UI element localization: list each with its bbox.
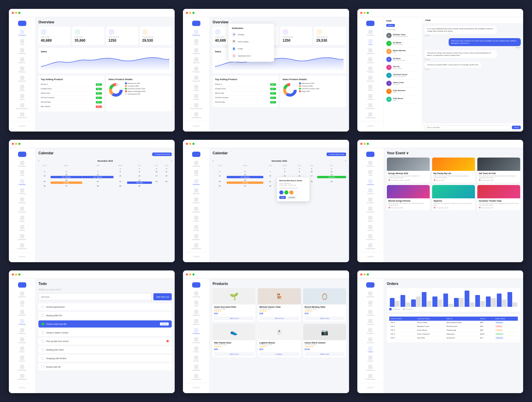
sidebar-item-products-4[interactable]: Products	[9, 196, 35, 205]
sidebar-item-orders-3[interactable]: Orders	[357, 83, 384, 93]
sidebar-item-chat[interactable]: Chat	[9, 38, 35, 47]
chat-list-item[interactable]: E Einklater TeamIt's a long established.…	[386, 32, 420, 40]
sidebar-item-invoice[interactable]: Invoice	[9, 93, 35, 102]
chat-list-item[interactable]: T Team BanausaTeam...	[386, 87, 420, 95]
sidebar-item-calendar-7[interactable]: Calendar	[9, 308, 35, 317]
sidebar-item-calendar-5[interactable]: Calendar	[183, 178, 209, 187]
sidebar-item-calendar-4[interactable]: Calendar	[9, 178, 35, 187]
sidebar-item-todo-5[interactable]: Todo-list	[183, 187, 209, 196]
create-event-button-2[interactable]: + Create New Event	[327, 153, 346, 156]
chat-list-item[interactable]: J Joel-Paul CannelContrary to popular...	[386, 72, 420, 80]
add-to-cart-button[interactable]: Add to Cart	[305, 317, 345, 320]
sidebar-item-chat-9[interactable]: Chat	[357, 299, 384, 308]
sidebar-item-products-3[interactable]: Products	[357, 65, 384, 74]
todo-input[interactable]	[38, 293, 152, 300]
add-to-cart-button[interactable]: Loading...	[259, 352, 299, 356]
sidebar-item-ui-5[interactable]: UI Elements	[183, 242, 209, 251]
sidebar-logout-7[interactable]: Log Out	[9, 384, 35, 391]
sidebar-item-overview-5[interactable]: Overview	[183, 159, 209, 168]
sidebar-item-customers-4[interactable]: Customers	[9, 233, 35, 242]
add-to-cart-button[interactable]: Add to Cart	[305, 352, 345, 356]
todo-item[interactable]: Pick up kids from school	[38, 338, 172, 345]
sidebar-item-fav-4[interactable]: Favourite	[9, 205, 35, 214]
sidebar-item-fav-3[interactable]: Favourite	[357, 74, 384, 83]
sidebar-item-overview[interactable]: Overview	[9, 28, 35, 38]
sidebar-item-products[interactable]: Products	[9, 65, 35, 74]
sidebar-item-invoice-6[interactable]: Invoice	[357, 223, 384, 233]
todo-item[interactable]: Shopping with Brother›	[38, 355, 172, 362]
sidebar-item-customers-5[interactable]: Customers	[183, 233, 209, 242]
sidebar-item-orders-5[interactable]: Orders	[183, 214, 209, 223]
sidebar-item-fav-2[interactable]: Favourite	[183, 74, 209, 83]
sidebar-item-todo-8[interactable]: Todo-list	[183, 317, 209, 327]
sidebar-item-customers-9[interactable]: Customers	[357, 363, 384, 372]
sidebar-item-orders-6[interactable]: Orders	[357, 214, 384, 223]
sidebar-item-calendar-8[interactable]: Calendar	[183, 308, 209, 317]
sidebar-item-invoice-8[interactable]: Invoice	[183, 354, 209, 363]
sidebar-item-calendar-2[interactable]: Calendar	[183, 47, 209, 56]
todo-item[interactable]: Meeting With PM›	[38, 312, 172, 319]
sidebar-item-products-8[interactable]: Products	[183, 327, 209, 336]
sidebar-item-products-2[interactable]: Products	[183, 65, 209, 74]
sidebar-item-customers-3[interactable]: Customers	[357, 102, 384, 111]
sidebar-item-ui-2[interactable]: UI Elements	[183, 111, 209, 120]
sidebar-item-chat-4[interactable]: Chat	[9, 168, 35, 178]
sidebar-item-customers-8[interactable]: Customers	[183, 363, 209, 372]
sidebar-item-products-7[interactable]: Products	[9, 327, 35, 336]
chat-list-item[interactable]: G Gil RuizeThe point of using...	[386, 56, 420, 64]
todo-item[interactable]: Dentist Appointment›	[38, 303, 172, 310]
todo-item-active[interactable]: Check Credit Card BillRenew	[38, 320, 172, 328]
sidebar-item-products-9[interactable]: Products	[357, 327, 384, 336]
sidebar-item-ui-3[interactable]: UI Elements	[357, 111, 384, 120]
sidebar-item-invoice-7[interactable]: Invoice	[9, 354, 35, 363]
sidebar-item-chat-6[interactable]: Chat	[357, 168, 384, 178]
todo-item[interactable]: Meeting with Client›	[38, 346, 172, 353]
sidebar-item-customers-2[interactable]: Top Customers	[183, 102, 209, 111]
add-to-cart-button[interactable]: Add to Cart	[259, 317, 299, 320]
sidebar-item-ui-4[interactable]: UI Elements	[9, 242, 35, 251]
chat-list-item[interactable]: T Tom UbTeam Update...	[386, 64, 420, 72]
contact-event-btn[interactable]: Contact	[287, 196, 297, 199]
sidebar-logout-8[interactable]: Log Out	[183, 384, 209, 391]
sidebar-item-products-6[interactable]: Products	[357, 196, 384, 205]
add-to-cart-button[interactable]: Add to Cart	[214, 317, 254, 320]
sidebar-item-orders-8[interactable]: Orders	[183, 345, 209, 354]
chat-list-item[interactable]: I Ian MartinGood Evening...	[386, 40, 420, 48]
sidebar-item-fav-6[interactable]: Favourite	[357, 205, 384, 214]
sidebar-logout-4[interactable]: Log Out	[9, 253, 35, 260]
sidebar-item-todo-6[interactable]: Todo-list	[357, 187, 384, 196]
sidebar-item-overview-9[interactable]: Overview	[357, 290, 384, 299]
chat-input[interactable]	[425, 125, 511, 130]
sidebar-item-calendar-9[interactable]: Calendar	[357, 308, 384, 317]
sidebar-item-orders-2[interactable]: Orders	[183, 83, 209, 93]
sidebar-item-chat-8[interactable]: Chat	[183, 299, 209, 308]
sidebar-item-invoice-4[interactable]: Invoice	[9, 223, 35, 233]
sidebar-item-invoice-9[interactable]: Invoice	[357, 354, 384, 363]
tab-online[interactable]: Online	[386, 24, 395, 27]
sidebar-item-fav-5[interactable]: Favourite	[183, 205, 209, 214]
sidebar-item-todo-9[interactable]: Todo-list	[357, 317, 384, 327]
sidebar-logout[interactable]: Log Out	[9, 123, 35, 129]
sidebar-logout-6[interactable]: Log Out	[357, 253, 384, 260]
edit-event-btn[interactable]: Edit	[279, 196, 286, 199]
sidebar-item-overview-2[interactable]: Overview	[183, 28, 209, 38]
chat-list-item[interactable]: P Patel MosesPatel...	[386, 95, 420, 103]
sidebar-item-overview-6[interactable]: Overview	[357, 159, 384, 168]
sidebar-item-ui[interactable]: UI Elements	[9, 111, 35, 120]
sidebar-item-chat-2[interactable]: Chat	[183, 38, 209, 47]
sidebar-item-ui-8[interactable]: UI Elements	[183, 372, 209, 382]
sidebar-item-chat-5[interactable]: Chat	[183, 168, 209, 178]
todo-item[interactable]: Review with HR›	[38, 363, 172, 370]
notif-app-error[interactable]: ⚠ Application Error	[228, 52, 274, 59]
send-button[interactable]: Send	[512, 126, 521, 129]
sidebar-item-fav-7[interactable]: Favourite	[9, 336, 35, 345]
sidebar-item-overview-3[interactable]: Overview	[357, 28, 384, 38]
sidebar-item-calendar[interactable]: Calendar	[9, 47, 35, 56]
add-to-cart-button[interactable]: Add to Cart	[214, 352, 254, 356]
sidebar-item-products-5[interactable]: Products	[183, 196, 209, 205]
sidebar-item-customers[interactable]: Top Customers	[9, 102, 35, 111]
sidebar-item-todo-4[interactable]: Todo-list	[9, 187, 35, 196]
sidebar-item-invoice-3[interactable]: Invoice	[357, 93, 384, 102]
sidebar-item-todo[interactable]: Todo-list	[9, 56, 35, 65]
sidebar-item-todo-2[interactable]: Todo-list	[183, 56, 209, 65]
